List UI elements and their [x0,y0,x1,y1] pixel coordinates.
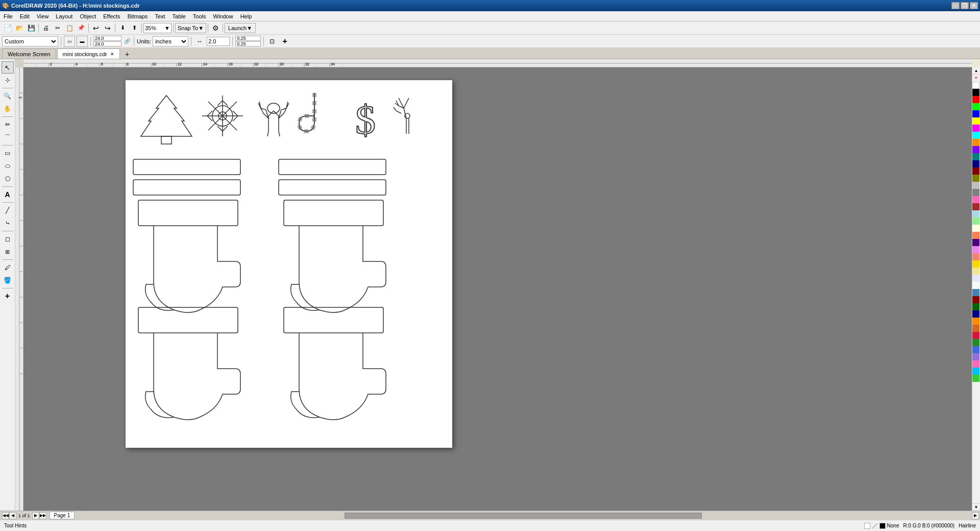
color-orange[interactable] [972,139,979,146]
freehand-tool[interactable]: ✏ [2,118,14,131]
color-hotpink[interactable] [972,360,979,368]
menu-layout[interactable]: Layout [52,12,76,20]
new-tab-btn[interactable]: + [122,50,132,59]
color-lightblue[interactable] [972,210,979,218]
color-limegreen[interactable] [972,375,979,382]
canvas-area[interactable]: $ [23,67,972,511]
page-next-btn[interactable]: ▶ [32,512,39,519]
open-btn[interactable]: 📂 [14,22,25,34]
color-coral[interactable] [972,232,979,239]
color-pink[interactable] [972,196,979,203]
color-red[interactable] [972,96,979,103]
menu-window[interactable]: Window [210,12,237,20]
color-khaki[interactable] [972,268,979,275]
cut-btn[interactable]: ✂ [52,22,63,34]
fill-tool[interactable]: 🪣 [2,274,14,286]
color-gray[interactable] [972,189,979,196]
smart-draw-tool[interactable]: ⌒ [2,131,14,143]
color-lightgreen[interactable] [972,218,979,225]
zoom-select[interactable]: 35% ▼ [143,23,172,33]
color-magenta[interactable] [972,125,979,132]
nudge-y[interactable] [235,41,261,46]
menu-tools[interactable]: Tools [189,12,210,20]
menu-text[interactable]: Text [151,12,168,20]
color-purple[interactable] [972,146,979,153]
color-darkgreen[interactable] [972,303,979,310]
menu-help[interactable]: Help [237,12,256,20]
options-btn[interactable]: ⚙ [210,22,221,34]
page-first-btn[interactable]: ◀◀ [2,512,9,519]
pattern-tool[interactable]: ⊞ [2,246,14,258]
color-yellow[interactable] [972,117,979,125]
color-indigo[interactable] [972,239,979,246]
color-teal[interactable] [972,153,979,160]
rectangle-tool[interactable]: ▭ [2,147,14,159]
page-tab[interactable]: Page 1 [50,512,75,519]
color-darkred[interactable] [972,296,979,303]
lock-size-btn[interactable]: 🔗 [123,36,131,47]
menu-file[interactable]: File [0,12,16,20]
color-white[interactable] [972,82,979,89]
menu-object[interactable]: Object [76,12,100,20]
paste-btn[interactable]: 📌 [76,22,87,34]
color-brown[interactable] [972,203,979,210]
palette-scroll-up[interactable]: ▲ [972,67,980,75]
color-mintcream[interactable] [972,282,979,289]
export-btn[interactable]: ⬆ [129,22,140,34]
pick-tool[interactable]: ↖ [2,61,14,74]
color-darkorange[interactable] [972,318,979,325]
color-deepskyblue[interactable] [972,368,979,375]
color-silver[interactable] [972,182,979,189]
color-lime[interactable] [972,103,979,110]
color-blue[interactable] [972,110,979,117]
copy-btn[interactable]: 📋 [64,22,75,34]
snap-to-btn[interactable]: Snap To▼ [175,23,206,33]
menu-edit[interactable]: Edit [16,12,33,20]
page-x-btn[interactable]: ↔ [194,36,205,47]
pan-tool-btn[interactable]: ✋ [2,103,14,115]
eyedropper-tool[interactable]: 🖊 [2,261,14,274]
add-tool-btn[interactable]: + [2,290,14,302]
fit-page-btn[interactable]: ⊡ [266,36,278,47]
color-salmon[interactable] [972,253,979,260]
color-gold[interactable] [972,260,979,268]
width-input[interactable] [93,36,121,41]
color-chocolate[interactable] [972,325,979,332]
h-scroll-thumb[interactable] [345,513,702,519]
color-olive[interactable] [972,175,979,182]
color-steelblue[interactable] [972,289,979,296]
menu-bitmaps[interactable]: Bitmaps [124,12,152,20]
color-lavender[interactable] [972,275,979,282]
color-royalblue[interactable] [972,346,979,353]
nudge-x[interactable] [235,36,261,41]
color-crimson[interactable] [972,332,979,339]
color-medpurple[interactable] [972,353,979,360]
import-btn[interactable]: ⬇ [117,22,128,34]
tab-close-btn[interactable]: ✕ [110,52,114,57]
color-navy[interactable] [972,160,979,167]
new-btn[interactable]: 📄 [2,22,13,34]
color-forestgreen[interactable] [972,339,979,346]
color-lightyellow[interactable] [972,225,979,232]
line-tool[interactable]: ╱ [2,204,14,216]
connector-tool[interactable]: ⤷ [2,217,14,229]
tab-welcome[interactable]: Welcome Screen [2,49,56,59]
x-input[interactable] [207,37,230,46]
save-btn[interactable]: 💾 [26,22,37,34]
color-black[interactable] [972,89,979,96]
minimize-btn[interactable]: ─ [951,2,960,9]
height-input[interactable] [93,41,121,46]
h-scrollbar[interactable] [77,512,970,519]
page-size-landscape[interactable]: ▬ [77,36,88,47]
undo-btn[interactable]: ↩ [90,22,102,34]
palette-scroll-down[interactable]: ▼ [972,503,980,511]
add-page-btn[interactable]: + [279,36,290,47]
color-cyan[interactable] [972,132,979,139]
menu-effects[interactable]: Effects [100,12,124,20]
text-tool[interactable]: A [2,188,14,201]
palette-no-fill[interactable]: ✕ [972,75,979,82]
tab-cdr[interactable]: mini stockings.cdr ✕ [57,49,120,59]
restore-btn[interactable]: ❐ [961,2,969,9]
polygon-tool[interactable]: ⬡ [2,173,14,185]
menu-table[interactable]: Table [169,12,189,20]
